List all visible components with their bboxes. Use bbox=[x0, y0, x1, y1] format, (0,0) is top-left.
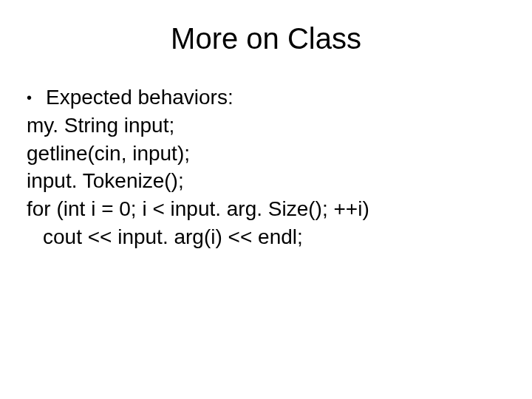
bullet-text: Expected behaviors: bbox=[46, 83, 233, 112]
slide-title: More on Class bbox=[22, 22, 510, 55]
code-line: my. String input; bbox=[27, 112, 510, 140]
bullet-item: • Expected behaviors: bbox=[27, 83, 510, 112]
code-line: input. Tokenize(); bbox=[27, 167, 510, 195]
slide: More on Class • Expected behaviors: my. … bbox=[0, 0, 532, 399]
code-line: getline(cin, input); bbox=[27, 140, 510, 168]
slide-body: • Expected behaviors: my. String input; … bbox=[22, 83, 510, 251]
code-line: for (int i = 0; i < input. arg. Size(); … bbox=[27, 195, 510, 223]
bullet-icon: • bbox=[27, 90, 46, 105]
code-line: cout << input. arg(i) << endl; bbox=[27, 223, 510, 251]
